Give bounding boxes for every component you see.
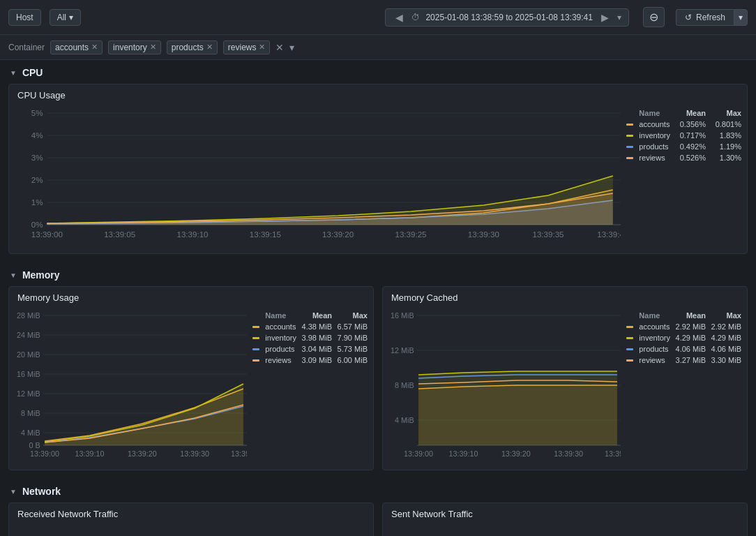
svg-text:13:39:20: 13:39:20 xyxy=(501,450,531,458)
memory-usage-chart-area: 28 MiB 24 MiB 20 MiB 16 MiB 12 MiB 8 MiB… xyxy=(9,306,373,470)
refresh-dropdown-button[interactable]: ▾ xyxy=(734,9,748,26)
products-color-dot xyxy=(626,146,633,148)
all-chevron-icon: ▾ xyxy=(69,13,73,22)
svg-text:13:39:30: 13:39:30 xyxy=(180,450,209,458)
svg-text:3%: 3% xyxy=(31,154,43,162)
svg-text:13:39:15: 13:39:15 xyxy=(250,231,281,239)
svg-text:20 MiB: 20 MiB xyxy=(17,351,40,359)
svg-marker-49 xyxy=(45,384,243,445)
filter-more-button[interactable]: ▾ xyxy=(289,42,294,53)
mc-mean-header: Mean xyxy=(674,311,706,320)
cpu-usage-panel: CPU Usage 5% 4% 3% 2% 1% 0% xyxy=(8,84,748,254)
mc-name-header: Name xyxy=(639,311,670,320)
mu-legend-accounts: accounts 4.38 MiB 6.57 MiB xyxy=(252,321,368,332)
svg-text:8 MiB: 8 MiB xyxy=(395,382,414,389)
memory-usage-panel: Memory Usage 28 MiB 24 MiB 20 MiB xyxy=(8,286,374,470)
memory-section-label: Memory xyxy=(22,269,60,281)
filter-tag-products: products ✕ xyxy=(167,40,218,54)
host-button[interactable]: Host xyxy=(8,9,41,26)
time-next-button[interactable]: ▶ xyxy=(598,12,612,23)
svg-text:13:39:4: 13:39:4 xyxy=(605,450,621,458)
clear-all-filters-button[interactable]: ✕ xyxy=(275,42,284,53)
svg-marker-65 xyxy=(418,371,617,445)
memory-section-header[interactable]: ▼ Memory xyxy=(0,262,756,286)
products-legend-mean: 0.492% xyxy=(674,142,706,151)
cpu-usage-svg: 5% 4% 3% 2% 1% 0% 13:39:00 13:39:05 13:3… xyxy=(15,106,621,246)
mu-accounts-mean: 4.38 MiB xyxy=(301,322,332,331)
accounts-legend-max: 0.801% xyxy=(710,120,741,128)
memory-usage-title: Memory Usage xyxy=(9,287,373,306)
mu-products-mean: 3.04 MiB xyxy=(301,345,332,353)
cpu-legend-name-header: Name xyxy=(639,109,670,117)
time-range-selector: ◀ ⏱ 2025-01-08 13:38:59 to 2025-01-08 13… xyxy=(385,8,629,27)
svg-text:13:39:20: 13:39:20 xyxy=(322,231,354,239)
received-traffic-title: Received Network Traffic xyxy=(9,503,373,522)
refresh-button[interactable]: ↺ Refresh xyxy=(676,9,734,26)
svg-text:13:39:30: 13:39:30 xyxy=(468,231,499,239)
zoom-out-button[interactable]: ⊖ xyxy=(643,7,665,27)
mu-inventory-name: inventory xyxy=(265,334,296,342)
mu-accounts-name: accounts xyxy=(265,322,296,331)
svg-text:13:39:10: 13:39:10 xyxy=(75,450,105,458)
mu-products-name: products xyxy=(265,345,296,353)
cpu-legend-header: Name Mean Max xyxy=(626,107,741,119)
mc-inventory-name: inventory xyxy=(639,334,670,342)
mc-accounts-max: 2.92 MiB xyxy=(710,322,741,331)
accounts-legend-mean: 0.356% xyxy=(674,120,706,128)
memory-cached-panel: Memory Cached 16 MiB 12 MiB 8 MiB 4 MiB … xyxy=(382,286,748,470)
cpu-section: ▼ CPU CPU Usage 5% 4% 3% 2% xyxy=(0,60,756,254)
reviews-legend-name: reviews xyxy=(639,154,670,162)
mu-inventory-dot xyxy=(252,337,259,339)
memory-cached-svg-wrapper: 16 MiB 12 MiB 8 MiB 4 MiB 13:39:00 13:39… xyxy=(388,308,621,464)
svg-text:2%: 2% xyxy=(31,177,43,184)
memory-cached-svg: 16 MiB 12 MiB 8 MiB 4 MiB 13:39:00 13:39… xyxy=(388,308,621,462)
mu-accounts-dot xyxy=(252,326,259,328)
filter-tag-products-text: products xyxy=(172,43,204,52)
svg-text:13:39:10: 13:39:10 xyxy=(176,231,208,239)
filter-tag-products-close[interactable]: ✕ xyxy=(206,43,213,52)
mc-products-max: 4.06 MiB xyxy=(710,345,741,353)
mc-legend-header: Name Mean Max xyxy=(626,310,741,321)
inventory-legend-mean: 0.717% xyxy=(674,131,706,140)
mc-reviews-name: reviews xyxy=(639,356,670,364)
network-section-label: Network xyxy=(22,486,61,497)
svg-text:4 MiB: 4 MiB xyxy=(395,417,414,424)
cpu-usage-svg-wrapper: 5% 4% 3% 2% 1% 0% 13:39:00 13:39:05 13:3… xyxy=(15,106,621,248)
filter-tag-inventory-text: inventory xyxy=(113,43,147,52)
mu-name-header: Name xyxy=(265,311,296,320)
network-section-header[interactable]: ▼ Network xyxy=(0,479,756,502)
filter-tag-reviews-text: reviews xyxy=(228,43,257,52)
clock-icon: ⏱ xyxy=(411,13,420,22)
cpu-legend-accounts: accounts 0.356% 0.801% xyxy=(626,119,741,130)
filter-tag-inventory: inventory ✕ xyxy=(108,40,161,54)
received-traffic-panel: Received Network Traffic xyxy=(8,502,374,536)
svg-text:0 B: 0 B xyxy=(29,442,40,449)
mu-products-max: 5.73 MiB xyxy=(336,345,368,353)
cpu-legend-max-header: Max xyxy=(710,109,741,117)
cpu-section-header[interactable]: ▼ CPU xyxy=(0,60,756,84)
svg-text:13:39:00: 13:39:00 xyxy=(31,231,63,239)
svg-text:4%: 4% xyxy=(31,132,43,140)
filter-tag-accounts-close[interactable]: ✕ xyxy=(91,43,98,52)
container-label: Container xyxy=(8,43,45,52)
svg-text:13:39:00: 13:39:00 xyxy=(30,450,59,458)
mc-reviews-mean: 3.27 MiB xyxy=(674,356,706,364)
memory-cached-legend: Name Mean Max accounts 2.92 MiB 2.92 MiB… xyxy=(626,308,741,464)
time-prev-button[interactable]: ◀ xyxy=(393,12,406,23)
filter-tag-accounts-text: accounts xyxy=(55,43,89,52)
all-button[interactable]: All ▾ xyxy=(50,9,81,26)
refresh-group: ↺ Refresh ▾ xyxy=(676,9,748,26)
svg-text:13:39:05: 13:39:05 xyxy=(104,231,135,239)
memory-usage-svg: 28 MiB 24 MiB 20 MiB 16 MiB 12 MiB 8 MiB… xyxy=(15,308,247,462)
filter-tag-inventory-close[interactable]: ✕ xyxy=(150,43,156,52)
cpu-section-label: CPU xyxy=(22,67,43,78)
svg-text:13:39:00: 13:39:00 xyxy=(404,450,433,458)
mc-inventory-dot xyxy=(626,337,633,339)
sent-traffic-panel: Sent Network Traffic xyxy=(382,502,748,536)
mu-reviews-mean: 3.09 MiB xyxy=(301,356,332,364)
mc-products-dot xyxy=(626,348,633,350)
svg-text:4 MiB: 4 MiB xyxy=(21,429,40,437)
filter-tag-reviews-close[interactable]: ✕ xyxy=(259,43,265,52)
memory-cached-title: Memory Cached xyxy=(383,287,747,306)
memory-cached-chart-area: 16 MiB 12 MiB 8 MiB 4 MiB 13:39:00 13:39… xyxy=(383,306,747,470)
